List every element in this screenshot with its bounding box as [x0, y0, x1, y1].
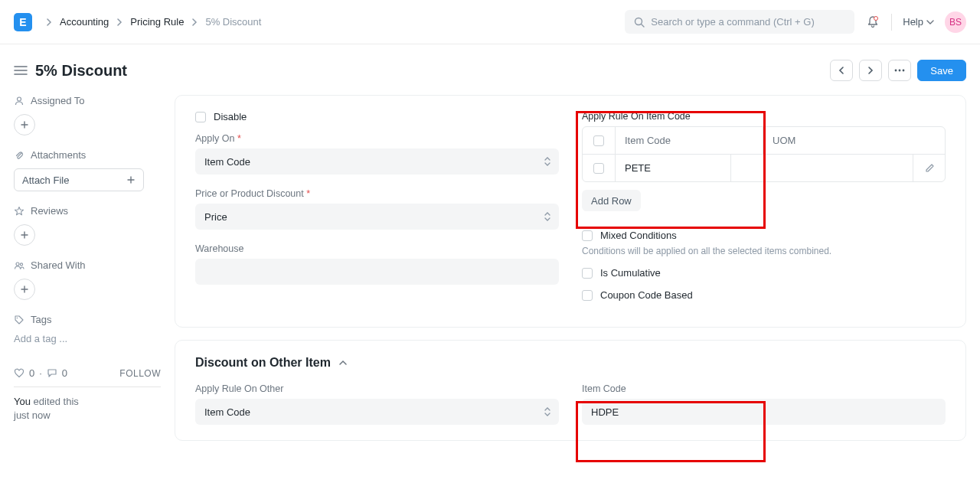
search-icon: [634, 17, 645, 28]
svg-point-20: [17, 317, 18, 318]
checkbox-icon: [582, 230, 593, 241]
star-icon: [14, 206, 24, 217]
grid-select-all[interactable]: [583, 127, 615, 154]
item-code-value: HDPE: [591, 406, 619, 418]
save-button[interactable]: Save: [917, 60, 966, 81]
app-logo[interactable]: E: [14, 13, 32, 31]
checkbox-icon: [582, 268, 593, 279]
shared-with-heading: Shared With: [31, 259, 86, 271]
grid-header-item: Item Code: [615, 127, 763, 154]
checkbox-icon: [582, 290, 593, 301]
divider: [891, 14, 892, 31]
disable-checkbox[interactable]: Disable: [195, 111, 559, 122]
grid-header-row: Item Code UOM: [583, 127, 945, 155]
price-or-discount-label: Price or Product Discount: [195, 188, 559, 199]
svg-point-2: [874, 16, 878, 20]
chevron-right-icon: [46, 18, 52, 26]
assigned-to-heading: Assigned To: [31, 95, 85, 106]
search-input[interactable]: Search or type a command (Ctrl + G): [625, 10, 854, 34]
grid-row-uom[interactable]: [730, 155, 913, 181]
users-icon: [14, 260, 24, 271]
help-menu[interactable]: Help: [903, 16, 934, 28]
mixed-conditions-label: Mixed Conditions: [600, 230, 677, 241]
sidebar-toggle-icon[interactable]: [14, 65, 28, 76]
svg-point-16: [16, 263, 19, 266]
user-icon: [14, 96, 24, 106]
breadcrumb-accounting[interactable]: Accounting: [60, 16, 109, 28]
breadcrumb-pricing-rule[interactable]: Pricing Rule: [130, 16, 184, 28]
warehouse-label: Warehouse: [195, 243, 559, 254]
chevron-up-icon: [338, 359, 348, 367]
svg-point-8: [903, 70, 905, 72]
apply-rule-on-label: Apply Rule On Item Code: [582, 111, 946, 122]
warehouse-input[interactable]: [195, 259, 559, 285]
apply-on-value: Item Code: [204, 156, 250, 168]
attach-file-label: Attach File: [22, 175, 69, 186]
apply-rule-other-label: Apply Rule On Other: [195, 383, 559, 394]
chevron-right-icon: [116, 18, 122, 26]
coupon-based-label: Coupon Code Based: [600, 289, 693, 301]
grid-row[interactable]: PETE: [583, 155, 945, 181]
grid-row-item[interactable]: PETE: [615, 155, 730, 181]
checkbox-icon: [195, 112, 206, 122]
item-code-label: Item Code: [582, 383, 946, 394]
chevron-down-icon: [926, 19, 934, 25]
page-title: 5% Discount: [35, 62, 127, 80]
svg-point-9: [18, 97, 21, 101]
tag-icon: [14, 315, 24, 325]
svg-point-6: [895, 70, 897, 72]
follow-button[interactable]: FOLLOW: [119, 368, 161, 379]
divider: [14, 387, 161, 387]
section-heading-label: Discount on Other Item: [195, 356, 331, 370]
coupon-based-checkbox[interactable]: Coupon Code Based: [582, 289, 946, 301]
apply-rule-other-select[interactable]: Item Code: [195, 399, 559, 425]
add-row-button[interactable]: Add Row: [582, 190, 641, 211]
select-caret-icon: [544, 211, 551, 222]
grid-header-uom: UOM: [763, 127, 945, 154]
search-placeholder: Search or type a command (Ctrl + G): [651, 16, 815, 28]
dot: ·: [39, 367, 42, 379]
item-code-input[interactable]: HDPE: [582, 399, 946, 425]
apply-on-select[interactable]: Item Code: [195, 148, 559, 175]
add-assignee-button[interactable]: [14, 114, 35, 135]
attach-file-button[interactable]: Attach File: [14, 168, 144, 191]
add-review-button[interactable]: [14, 224, 35, 246]
help-label: Help: [903, 16, 923, 28]
add-share-button[interactable]: [14, 279, 35, 300]
select-caret-icon: [544, 406, 551, 417]
edited-info: You edited this just now: [14, 395, 161, 422]
breadcrumb: Accounting Pricing Rule 5% Discount: [46, 16, 261, 28]
grid-row-checkbox[interactable]: [583, 155, 615, 181]
attachments-heading: Attachments: [31, 149, 86, 161]
plus-icon: [126, 175, 136, 184]
likes-count: 0: [29, 367, 34, 379]
comment-icon[interactable]: [47, 368, 57, 378]
paperclip-icon: [14, 150, 24, 161]
tags-heading: Tags: [31, 314, 51, 325]
mixed-helper-text: Conditions will be applied on all the se…: [582, 246, 946, 256]
apply-on-label: Apply On: [195, 133, 559, 144]
is-cumulative-checkbox[interactable]: Is Cumulative: [582, 267, 946, 279]
svg-point-7: [899, 70, 901, 72]
menu-button[interactable]: [888, 60, 911, 81]
edit-row-icon[interactable]: [913, 155, 945, 181]
chevron-right-icon: [191, 18, 198, 26]
mixed-conditions-checkbox[interactable]: Mixed Conditions: [582, 230, 946, 241]
section-heading-discount-other[interactable]: Discount on Other Item: [195, 356, 946, 370]
bell-icon[interactable]: [865, 15, 880, 30]
price-or-discount-value: Price: [204, 211, 227, 223]
item-code-grid: Item Code UOM PETE: [582, 126, 946, 182]
prev-button[interactable]: [830, 60, 853, 81]
apply-rule-other-value: Item Code: [204, 406, 250, 418]
heart-icon[interactable]: [14, 368, 24, 378]
select-caret-icon: [544, 156, 551, 167]
next-button[interactable]: [859, 60, 882, 81]
reviews-heading: Reviews: [31, 205, 68, 217]
avatar[interactable]: BS: [945, 11, 966, 33]
is-cumulative-label: Is Cumulative: [600, 267, 661, 279]
price-or-discount-select[interactable]: Price: [195, 204, 559, 230]
comments-count: 0: [62, 367, 67, 379]
add-tag-input[interactable]: Add a tag ...: [14, 333, 161, 344]
svg-point-17: [20, 263, 22, 265]
disable-label: Disable: [214, 111, 247, 122]
